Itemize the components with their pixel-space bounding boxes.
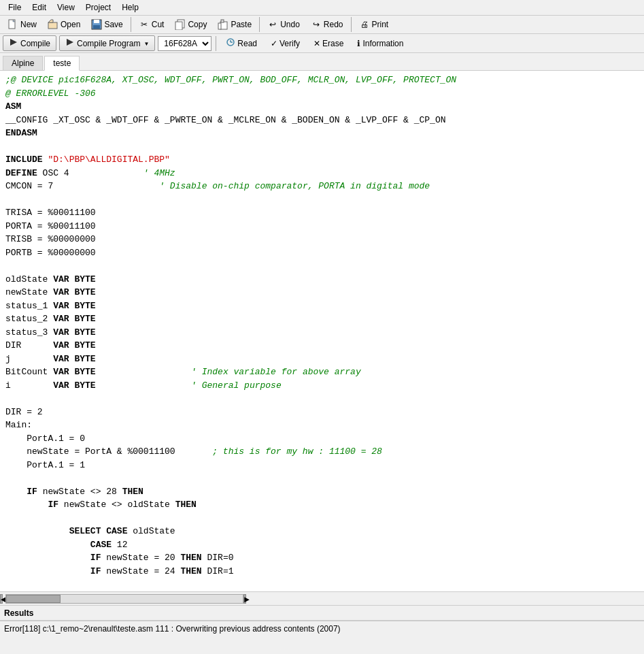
svg-marker-13 <box>67 39 73 46</box>
open-label: Open <box>61 20 80 29</box>
save-button[interactable]: Save <box>86 17 127 32</box>
cut-label: Cut <box>152 20 165 29</box>
print-label: Print <box>372 20 389 29</box>
verify-button[interactable]: ✓ Verify <box>265 37 305 50</box>
redo-label: Redo <box>324 20 343 29</box>
menu-view[interactable]: View <box>52 1 80 14</box>
read-label: Read <box>237 39 257 48</box>
error-message: Error[118] c:\1_remo~2\renault\teste.asm… <box>4 624 341 634</box>
information-button[interactable]: ℹ Information <box>352 37 409 50</box>
menu-file[interactable]: File <box>3 1 27 14</box>
separator-3 <box>351 17 352 32</box>
undo-button[interactable]: ↩ Undo <box>262 17 305 32</box>
erase-icon: ✕ <box>313 39 320 48</box>
compile-program-label: Compile Program <box>77 39 140 48</box>
separator-2 <box>259 17 260 32</box>
results-bar: Results <box>0 606 644 621</box>
svg-rect-5 <box>94 20 99 23</box>
compile-program-button[interactable]: Compile Program <box>59 35 155 51</box>
hscroll-right-btn[interactable]: ► <box>243 594 246 604</box>
new-icon <box>7 19 18 30</box>
svg-rect-10 <box>221 20 224 22</box>
compile-bar: Compile Compile Program 16F628A 16F877A … <box>0 34 644 53</box>
toolbar: New Open Save ✂ Cut Copy Paste ↩ Undo ↪ … <box>0 16 644 34</box>
dropdown-arrow-icon <box>142 40 149 47</box>
paste-label: Paste <box>231 20 252 29</box>
open-button[interactable]: Open <box>43 17 85 32</box>
results-header: Results <box>4 608 33 618</box>
separator-compile-1 <box>216 36 216 51</box>
svg-marker-12 <box>10 39 17 46</box>
tab-alpine[interactable]: Alpine <box>3 56 43 70</box>
erase-button[interactable]: ✕ Erase <box>308 37 349 50</box>
print-button[interactable]: 🖨 Print <box>354 17 394 32</box>
copy-button[interactable]: Copy <box>170 17 211 32</box>
paste-button[interactable]: Paste <box>213 17 256 32</box>
hscroll-thumb[interactable] <box>6 595 61 603</box>
information-icon: ℹ <box>357 39 360 48</box>
scroll-area: ◄ ► <box>0 592 644 606</box>
read-icon <box>226 37 235 49</box>
print-icon: 🖨 <box>359 19 370 30</box>
menu-project[interactable]: Project <box>80 1 116 14</box>
new-label: New <box>20 20 37 29</box>
save-icon <box>91 19 102 30</box>
separator-1 <box>131 17 131 32</box>
compile-icon <box>9 37 18 49</box>
undo-icon: ↩ <box>267 19 278 30</box>
copy-icon <box>175 19 186 30</box>
hscroll-track[interactable] <box>5 594 243 604</box>
compile-program-icon <box>65 37 75 49</box>
svg-rect-8 <box>175 22 182 30</box>
chip-select[interactable]: 16F628A 16F877A 18F4550 <box>158 36 211 51</box>
paste-icon <box>218 19 228 30</box>
tab-teste[interactable]: teste <box>44 56 80 71</box>
menu-bar: File Edit View Project Help <box>0 0 644 16</box>
compile-button[interactable]: Compile <box>3 35 56 51</box>
verify-label: Verify <box>279 39 300 48</box>
menu-help[interactable]: Help <box>116 1 144 14</box>
read-button[interactable]: Read <box>220 36 262 50</box>
hscroll-left-btn[interactable]: ◄ <box>0 594 3 604</box>
svg-marker-3 <box>48 20 53 22</box>
verify-icon: ✓ <box>271 39 277 48</box>
open-icon <box>48 19 58 30</box>
svg-rect-11 <box>218 23 221 29</box>
cut-button[interactable]: ✂ Cut <box>134 17 169 32</box>
cut-icon: ✂ <box>139 19 150 30</box>
menu-edit[interactable]: Edit <box>27 1 52 14</box>
redo-icon: ↪ <box>311 19 322 30</box>
redo-button[interactable]: ↪ Redo <box>306 17 348 32</box>
compile-label: Compile <box>20 39 50 48</box>
erase-label: Erase <box>322 39 343 48</box>
new-button[interactable]: New <box>3 17 41 32</box>
status-bar: Error[118] c:\1_remo~2\renault\teste.asm… <box>0 621 644 636</box>
information-label: Information <box>362 39 403 48</box>
save-label: Save <box>104 20 122 29</box>
copy-label: Copy <box>188 20 207 29</box>
code-content: ;@ DEVICE pic16F628A, XT_OSC, WDT_OFF, P… <box>5 73 639 578</box>
undo-label: Undo <box>280 20 300 29</box>
svg-rect-6 <box>93 25 100 29</box>
tab-bar: Alpine teste <box>0 53 644 71</box>
svg-rect-2 <box>48 22 57 29</box>
code-editor[interactable]: ;@ DEVICE pic16F628A, XT_OSC, WDT_OFF, P… <box>0 71 644 592</box>
